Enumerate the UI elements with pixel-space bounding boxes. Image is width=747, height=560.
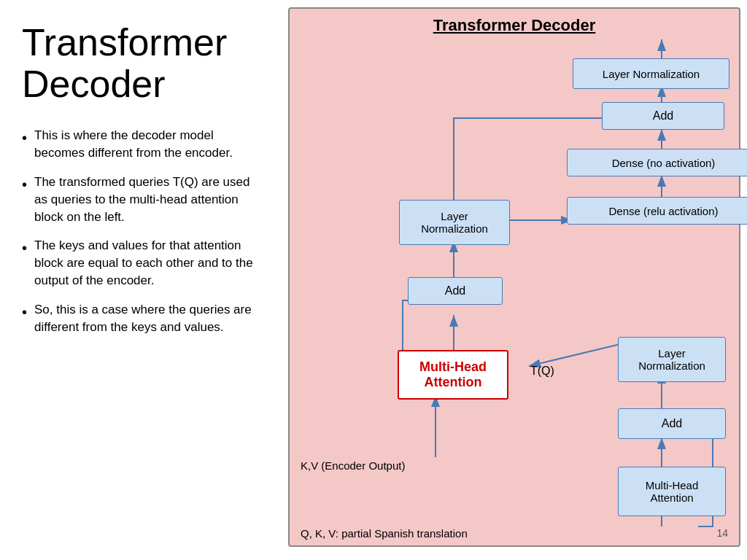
bullet-list: This is where the decoder model becomes …	[22, 127, 263, 335]
dense-relu-box: Dense (relu activation)	[567, 197, 747, 225]
add-right-box: Add	[618, 408, 726, 439]
multi-head-right-box: Multi-Head Attention	[618, 467, 726, 516]
footnote: Q, K, V: partial Spanish translation 14	[290, 527, 739, 540]
title-line2: Decoder	[22, 63, 166, 105]
title-line1: Transformer	[22, 21, 227, 63]
bullet-item-4: So, this is a case where the queries are…	[22, 301, 263, 336]
bullet-item-1: This is where the decoder model becomes …	[22, 127, 263, 162]
kv-encoder-label: K,V (Encoder Output)	[301, 459, 405, 472]
add-mid-box: Add	[408, 277, 503, 305]
diagram-title: Transformer Decoder	[297, 16, 732, 35]
bottom-label: Q, K, V: partial Spanish translation	[301, 527, 468, 540]
add-top-box: Add	[602, 102, 724, 130]
dense-no-act-box: Dense (no activation)	[567, 149, 747, 176]
layer-norm-top-box: Layer Normalization	[573, 58, 729, 89]
tq-label: T(Q)	[530, 365, 554, 378]
left-panel: Transformer Decoder This is where the de…	[0, 0, 285, 560]
page-number: 14	[716, 527, 728, 540]
main-title: Transformer Decoder	[22, 22, 263, 105]
svg-line-4	[529, 344, 620, 366]
layer-norm-right-box: Layer Normalization	[618, 337, 726, 382]
multi-head-left-box: Multi-Head Attention	[398, 350, 508, 400]
right-panel: Transformer Decoder	[288, 7, 740, 547]
bullet-item-3: The keys and values for that attention b…	[22, 237, 263, 289]
bullet-item-2: The transformed queries T(Q) are used as…	[22, 174, 263, 225]
layer-norm-mid-box: Layer Normalization	[399, 200, 510, 245]
